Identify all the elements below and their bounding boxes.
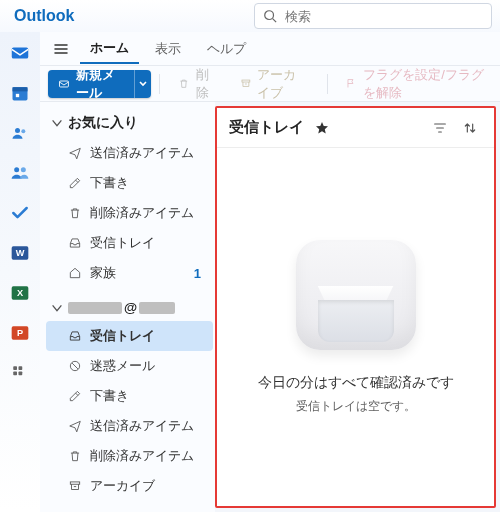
- excel-app-icon[interactable]: X: [9, 282, 31, 304]
- favorites-header[interactable]: お気に入り: [46, 108, 213, 138]
- drafts-icon: [68, 389, 82, 403]
- groups-app-icon[interactable]: [9, 162, 31, 184]
- more-apps-icon[interactable]: [9, 362, 31, 384]
- chevron-down-icon: [138, 79, 148, 89]
- svg-rect-17: [19, 366, 23, 370]
- sent-icon: [68, 146, 82, 160]
- message-list-pane: 受信トレイ 今日の分はすべて確認済みです 受信トレイは空です。: [215, 106, 496, 508]
- drafts-icon: [68, 176, 82, 190]
- star-icon[interactable]: [310, 116, 334, 140]
- svg-point-6: [15, 128, 20, 133]
- svg-rect-23: [70, 482, 79, 484]
- folder-nav: お気に入り 送信済みアイテム 下書き 削除済みアイテム 受信トレイ 家族: [40, 102, 215, 512]
- fav-drafts[interactable]: 下書き: [46, 168, 213, 198]
- acct-junk[interactable]: 迷惑メール: [46, 351, 213, 381]
- acct-inbox[interactable]: 受信トレイ: [46, 321, 213, 351]
- svg-point-0: [265, 11, 274, 20]
- acct-deleted[interactable]: 削除済みアイテム: [46, 441, 213, 471]
- svg-rect-18: [13, 372, 17, 376]
- app-brand: Outlook: [8, 7, 74, 25]
- archive-icon: [240, 76, 252, 91]
- archive-button[interactable]: アーカイブ: [230, 70, 319, 98]
- separator: [327, 74, 328, 94]
- flag-button[interactable]: フラグを設定/フラグを解除: [335, 70, 500, 98]
- tab-home[interactable]: ホーム: [80, 33, 139, 64]
- delete-button[interactable]: 削除: [168, 70, 226, 98]
- separator: [159, 74, 160, 94]
- trash-icon: [178, 76, 190, 91]
- svg-point-9: [21, 167, 26, 172]
- svg-text:X: X: [17, 288, 24, 298]
- fav-family-label: 家族: [90, 264, 116, 282]
- flag-icon: [345, 76, 357, 91]
- ribbon-commands: 新規メール 削除 アーカイブ フラグを設定/フラグを解除: [40, 66, 500, 102]
- fav-sent[interactable]: 送信済みアイテム: [46, 138, 213, 168]
- flag-label: フラグを設定/フラグを解除: [363, 66, 490, 102]
- fav-deleted[interactable]: 削除済みアイテム: [46, 198, 213, 228]
- todo-app-icon[interactable]: [9, 202, 31, 224]
- acct-archive[interactable]: アーカイブ: [46, 471, 213, 501]
- fav-sent-label: 送信済みアイテム: [90, 144, 194, 162]
- people-app-icon[interactable]: [9, 122, 31, 144]
- new-mail-label: 新規メール: [76, 70, 124, 98]
- svg-line-1: [273, 19, 277, 23]
- trash-icon: [68, 206, 82, 220]
- account-at: @: [124, 300, 137, 315]
- empty-inbox-illustration: [296, 240, 416, 350]
- archive-label: アーカイブ: [257, 66, 308, 102]
- svg-rect-21: [242, 80, 250, 82]
- acct-drafts-label: 下書き: [90, 387, 129, 405]
- svg-point-8: [14, 167, 19, 172]
- filter-icon[interactable]: [428, 116, 452, 140]
- svg-rect-16: [13, 366, 17, 370]
- search-box[interactable]: [254, 3, 492, 29]
- svg-rect-20: [59, 81, 68, 87]
- app-rail: W X P: [0, 32, 40, 512]
- list-title: 受信トレイ: [229, 118, 304, 137]
- acct-deleted-label: 削除済みアイテム: [90, 447, 194, 465]
- empty-subtitle: 受信トレイは空です。: [296, 398, 416, 415]
- svg-point-7: [21, 129, 25, 133]
- empty-title: 今日の分はすべて確認済みです: [258, 374, 454, 392]
- hamburger-button[interactable]: [48, 36, 74, 62]
- home-icon: [68, 266, 82, 280]
- account-header[interactable]: @: [46, 294, 213, 321]
- svg-rect-5: [16, 94, 19, 97]
- svg-rect-19: [19, 372, 23, 376]
- mail-app-icon[interactable]: [9, 42, 31, 64]
- chevron-icon: [50, 301, 64, 315]
- junk-icon: [68, 359, 82, 373]
- svg-rect-4: [13, 87, 28, 91]
- chevron-icon: [50, 116, 64, 130]
- archive-icon: [68, 479, 82, 493]
- tab-help[interactable]: ヘルプ: [197, 34, 256, 63]
- powerpoint-app-icon[interactable]: P: [9, 322, 31, 344]
- fav-deleted-label: 削除済みアイテム: [90, 204, 194, 222]
- mail-icon: [58, 76, 70, 92]
- search-input[interactable]: [283, 8, 483, 25]
- trash-icon: [68, 449, 82, 463]
- new-mail-dropdown[interactable]: [134, 70, 151, 98]
- acct-drafts[interactable]: 下書き: [46, 381, 213, 411]
- word-app-icon[interactable]: W: [9, 242, 31, 264]
- sent-icon: [68, 419, 82, 433]
- svg-text:P: P: [17, 328, 23, 338]
- inbox-icon: [68, 236, 82, 250]
- new-mail-button[interactable]: 新規メール: [48, 70, 151, 98]
- fav-inbox[interactable]: 受信トレイ: [46, 228, 213, 258]
- acct-sent-label: 送信済みアイテム: [90, 417, 194, 435]
- fav-family[interactable]: 家族 1: [46, 258, 213, 288]
- empty-state: 今日の分はすべて確認済みです 受信トレイは空です。: [217, 148, 494, 506]
- inbox-icon: [68, 329, 82, 343]
- favorites-label: お気に入り: [68, 114, 138, 132]
- fav-inbox-label: 受信トレイ: [90, 234, 155, 252]
- acct-sent[interactable]: 送信済みアイテム: [46, 411, 213, 441]
- svg-rect-2: [12, 48, 29, 59]
- search-icon: [263, 9, 277, 23]
- delete-label: 削除: [196, 66, 216, 102]
- acct-junk-label: 迷惑メール: [90, 357, 155, 375]
- sort-icon[interactable]: [458, 116, 482, 140]
- tab-view[interactable]: 表示: [145, 34, 191, 63]
- calendar-app-icon[interactable]: [9, 82, 31, 104]
- ribbon-tabs: ホーム 表示 ヘルプ: [40, 32, 500, 66]
